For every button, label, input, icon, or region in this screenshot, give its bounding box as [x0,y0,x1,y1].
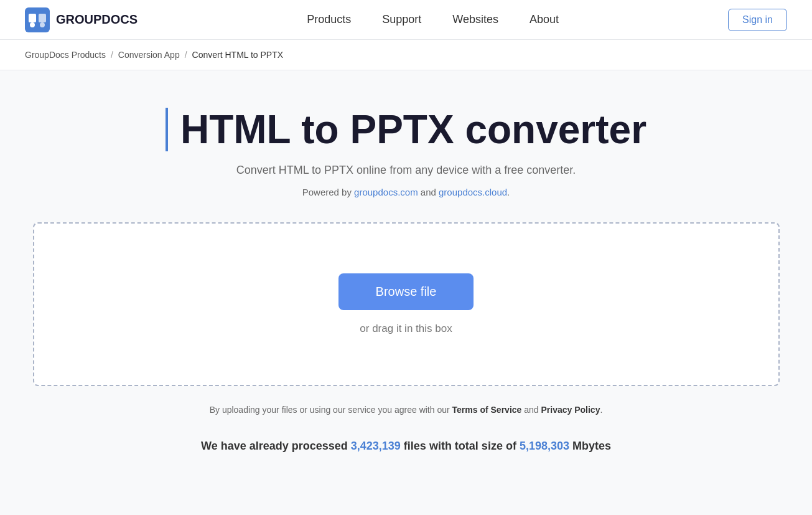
terms-prefix: By uploading your files or using our ser… [210,405,452,415]
stats-size-count: 5,198,303 [520,440,569,452]
breadcrumb: GroupDocs Products / Conversion App / Co… [0,40,812,70]
main-nav: Products Support Websites About [307,13,559,26]
breadcrumb-app[interactable]: Conversion App [118,50,180,60]
privacy-policy-link[interactable]: Privacy Policy [541,405,600,415]
terms-and: and [521,405,541,415]
logo[interactable]: GROUPDOCS [25,7,138,32]
groupdocs-com-link[interactable]: groupdocs.com [354,187,418,197]
stats-prefix: We have already processed [201,440,351,452]
terms-of-service-link[interactable]: Terms of Service [452,405,522,415]
groupdocs-cloud-link[interactable]: groupdocs.cloud [439,187,507,197]
subtitle: Convert HTML to PPTX online from any dev… [236,164,576,177]
svg-point-4 [40,22,45,27]
nav-websites[interactable]: Websites [452,13,498,26]
stats: We have already processed 3,423,139 file… [201,440,611,453]
page-title: HTML to PPTX converter [166,108,646,151]
logo-text: GROUPDOCS [56,12,138,27]
drag-text: or drag it in this box [360,323,452,335]
nav-products[interactable]: Products [307,13,351,26]
powered-by-suffix: . [507,187,510,197]
nav-support[interactable]: Support [382,13,421,26]
logo-icon [25,7,50,32]
nav-about[interactable]: About [530,13,559,26]
svg-rect-2 [39,14,46,22]
stats-files-count: 3,423,139 [351,440,401,452]
sign-in-button[interactable]: Sign in [728,9,787,31]
terms-text: By uploading your files or using our ser… [210,405,603,415]
terms-suffix: . [600,405,602,415]
main-content: HTML to PPTX converter Convert HTML to P… [0,70,812,478]
breadcrumb-sep-1: / [111,50,113,60]
powered-by-prefix: Powered by [302,187,354,197]
powered-by-and: and [418,187,439,197]
browse-file-button[interactable]: Browse file [338,273,474,310]
breadcrumb-current: Convert HTML to PPTX [192,50,284,60]
svg-rect-1 [29,14,36,22]
drop-zone[interactable]: Browse file or drag it in this box [33,222,780,386]
breadcrumb-root[interactable]: GroupDocs Products [25,50,106,60]
stats-middle: files with total size of [401,440,520,452]
svg-point-3 [30,22,35,27]
stats-suffix: Mbytes [569,440,611,452]
header: GROUPDOCS Products Support Websites Abou… [0,0,812,40]
breadcrumb-sep-2: / [185,50,187,60]
powered-by: Powered by groupdocs.com and groupdocs.c… [302,187,510,197]
